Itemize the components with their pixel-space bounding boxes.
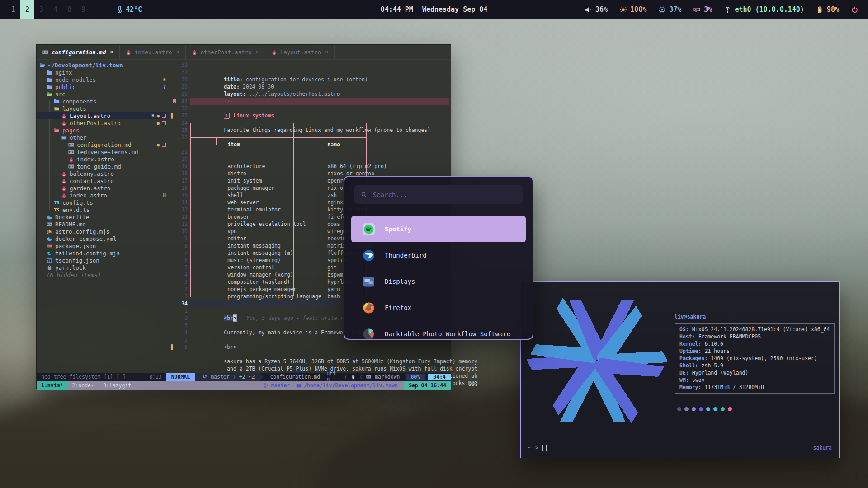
mode-indicator: NORMAL — [166, 373, 195, 381]
tmux-window-tab[interactable]: 1:nvim* — [37, 381, 67, 390]
line-number: 20 — [170, 155, 188, 163]
folder-open-icon — [54, 127, 60, 133]
editor-line: 61sakura has a Ryzen 5 7640U, 32GB of DD… — [170, 343, 449, 351]
tree-item[interactable]: index.astro — [37, 155, 169, 163]
astro-icon — [68, 156, 74, 162]
editor-line: 291--- — [170, 83, 449, 90]
status-module[interactable]: 98% — [816, 5, 839, 14]
line-number: 23 — [170, 127, 188, 134]
tree-item[interactable]: (6 hidden items) — [37, 271, 169, 278]
lock-icon — [47, 265, 52, 271]
tree-item[interactable]: TS config.ts — [37, 199, 169, 206]
launcher-item[interactable]: Displays — [351, 268, 526, 295]
palette-dot — [684, 407, 689, 411]
tree-item[interactable]: package.json — [37, 242, 169, 249]
folder-open-icon — [47, 91, 52, 97]
tmux-window-tab[interactable]: 3:lazygit — [99, 381, 136, 390]
svg-text:TS: TS — [54, 207, 60, 212]
shell-prompt[interactable]: ~ > — [528, 444, 547, 451]
tree-item[interactable]: other — [37, 134, 169, 141]
system-info-row: DE:Hyprland (Wayland) — [679, 369, 832, 376]
tree-item[interactable]: node_modules E — [37, 76, 169, 83]
status-module[interactable]: 3% — [693, 5, 712, 14]
status-module[interactable]: 36% — [585, 5, 608, 14]
tree-item[interactable]: fediverse-terms.md — [37, 148, 169, 155]
tree-item[interactable]: otherPost.astro ● — [37, 119, 169, 127]
line-number: 1 — [170, 307, 188, 314]
tree-item[interactable]: components — [37, 98, 169, 105]
line-number: 4 — [170, 271, 188, 278]
launcher-item[interactable]: Firefox — [351, 295, 526, 321]
tree-item[interactable]: src — [37, 90, 169, 98]
tree-item[interactable]: garden.astro — [37, 184, 169, 192]
launcher-item-label: Thunderbird — [385, 252, 427, 259]
astro-icon — [61, 171, 67, 177]
tree-item[interactable]: README.md — [37, 221, 169, 228]
close-icon[interactable]: × — [110, 49, 113, 55]
tree-item[interactable]: layouts — [37, 105, 169, 112]
line-number: 22 — [170, 134, 188, 141]
editor-line: 211architecturex86_64 (rip m2 pro) — [170, 148, 449, 155]
tree-item[interactable]: public ? — [37, 83, 169, 90]
tree-item[interactable]: tailwind.config.mjs — [37, 249, 169, 257]
line-number: 6 — [170, 257, 188, 264]
system-info-row: WM:sway — [679, 376, 832, 384]
tree-item[interactable]: Dockerfile — [37, 213, 169, 221]
line-number: 31 — [170, 69, 188, 76]
launcher-item[interactable]: Thunderbird — [351, 242, 526, 268]
astro-icon — [126, 49, 132, 55]
tree-item[interactable]: ~/Development/liv.town — [37, 61, 169, 69]
workspace-button[interactable]: 4 — [48, 0, 62, 19]
tree-item[interactable]: nginx — [37, 69, 169, 76]
fastfetch-output: liv@sakura OS:NixOS 24.11.20240828.71e91… — [675, 313, 835, 394]
tree-item[interactable]: balcony.astro — [37, 170, 169, 177]
editor-line: 261 — [170, 105, 449, 112]
launcher-search-box[interactable] — [354, 185, 523, 204]
status-module[interactable]: 100% — [619, 5, 646, 14]
launcher-item-label: Spotify — [385, 225, 411, 233]
system-info-row: Host:Framework FRANMDCP05 — [679, 333, 832, 340]
workspace-button[interactable]: 1 — [6, 0, 20, 19]
launcher-item[interactable]: Spotify — [351, 216, 526, 242]
workspace-button[interactable]: 8 — [62, 0, 76, 19]
search-input[interactable] — [372, 191, 516, 199]
editor-line: 1ion. I have a setup consisting of Hyprl… — [170, 358, 449, 365]
tmux-window-tab[interactable]: 2:node- — [67, 381, 98, 390]
buffer-tab[interactable]: index.astro × — [120, 45, 186, 59]
tree-item[interactable]: configuration.md ● — [37, 141, 169, 148]
system-info-row: Kernel:6.10.6 — [679, 340, 832, 347]
buffer-tab[interactable]: configuration.md × — [37, 45, 120, 59]
tree-item[interactable]: docker-compose.yml — [37, 235, 169, 242]
tree-item[interactable]: TS env.d.ts — [37, 206, 169, 213]
status-module[interactable]: 37% — [658, 5, 681, 14]
tree-item[interactable]: contact.astro — [37, 177, 169, 184]
workspace-button[interactable]: 3 — [34, 0, 48, 19]
markdown-icon — [366, 374, 371, 380]
buffer-tab[interactable]: Layout.astro × — [265, 45, 335, 59]
status-module[interactable]: eth0 (10.0.0.140) — [724, 5, 804, 14]
status-module[interactable] — [851, 6, 862, 14]
tree-item[interactable]: index.astro H — [37, 192, 169, 199]
status-modules: 36% 100% 37% 3% eth0 (10.0.0.140) 98% — [585, 5, 862, 14]
workspace-button[interactable]: 9 — [76, 0, 90, 19]
tree-item[interactable]: JS astro.config.mjs — [37, 228, 169, 235]
line-number: 8 — [170, 242, 188, 249]
ts-icon: TS — [54, 200, 60, 206]
tree-item[interactable]: TS tsconfig.json — [37, 257, 169, 264]
buffer-tab[interactable]: otherPost.astro × — [186, 45, 265, 59]
tree-item[interactable]: Layout.astro H● — [37, 112, 169, 119]
close-icon[interactable]: × — [176, 49, 179, 55]
line-number: 34 — [170, 300, 188, 307]
system-info-row: OS:NixOS 24.11.20240828.71e91c4 (Vicuna)… — [679, 326, 832, 333]
close-icon[interactable]: × — [325, 49, 328, 55]
tree-item[interactable]: tone-guide.md — [37, 163, 169, 170]
launcher-item[interactable]: Darktable Photo Workflow Software — [351, 321, 526, 340]
editor-line: 1 and a 2TB (Crucial P5 Plus) NVMe drive… — [170, 351, 449, 358]
workspace-button[interactable]: 2 — [20, 0, 34, 19]
tmux-datetime: Sep 04 16:44 — [404, 381, 451, 390]
close-icon[interactable]: × — [256, 49, 259, 55]
folder-icon — [54, 99, 60, 104]
tree-item[interactable]: pages — [37, 127, 169, 134]
tree-item[interactable]: yarn.lock — [37, 264, 169, 271]
editor-line: 251Favorite things regarding Linux and m… — [170, 112, 449, 119]
